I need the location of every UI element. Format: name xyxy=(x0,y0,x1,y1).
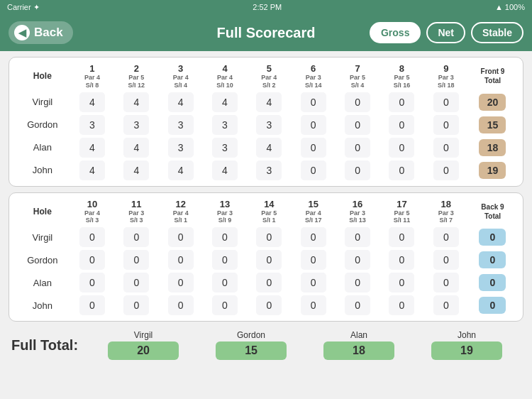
front9-score-0-0[interactable]: 4 xyxy=(70,91,114,114)
footer-player-total-1: 15 xyxy=(216,341,287,360)
front9-score-3-6[interactable]: 0 xyxy=(336,159,379,182)
back9-player-name-2: Alan xyxy=(15,271,70,294)
front9-score-0-5[interactable]: 0 xyxy=(292,91,336,114)
back9-score-3-3[interactable]: 0 xyxy=(203,294,247,317)
front9-score-2-4[interactable]: 4 xyxy=(247,136,291,159)
back9-score-3-0[interactable]: 0 xyxy=(70,294,114,317)
back9-section: Hole 10Par 4S/I 3 11Par 3S/I 3 12Par 4S/… xyxy=(9,192,523,322)
back9-score-1-3[interactable]: 0 xyxy=(203,248,247,271)
front9-score-0-4[interactable]: 4 xyxy=(247,91,291,114)
back9-score-0-0[interactable]: 0 xyxy=(70,226,114,248)
front9-score-2-1[interactable]: 4 xyxy=(114,136,158,159)
front9-score-2-8[interactable]: 0 xyxy=(424,136,468,159)
back9-score-2-1[interactable]: 0 xyxy=(114,271,158,294)
back9-score-2-4[interactable]: 0 xyxy=(247,271,291,294)
front9-score-3-7[interactable]: 0 xyxy=(379,159,423,182)
back9-score-0-4[interactable]: 0 xyxy=(247,226,291,248)
front9-score-3-5[interactable]: 0 xyxy=(292,159,336,182)
back9-total-header: Back 9Total xyxy=(468,197,517,226)
front9-player-row-0: Virgil44444000020 xyxy=(15,91,517,114)
back9-score-0-5[interactable]: 0 xyxy=(292,226,336,248)
front9-score-1-7[interactable]: 0 xyxy=(379,114,423,136)
front9-player-name-1: Gordon xyxy=(15,114,70,136)
footer-player-3: John19 xyxy=(413,330,521,360)
front9-score-3-2[interactable]: 4 xyxy=(158,159,202,182)
back9-score-2-6[interactable]: 0 xyxy=(336,271,379,294)
front9-score-1-6[interactable]: 0 xyxy=(336,114,379,136)
back9-score-1-7[interactable]: 0 xyxy=(379,248,423,271)
back9-score-1-5[interactable]: 0 xyxy=(292,248,336,271)
back9-player-row-0: Virgil0000000000 xyxy=(15,226,517,248)
back9-score-2-0[interactable]: 0 xyxy=(70,271,114,294)
footer-players: Virgil20Gordon15Alan18John19 xyxy=(89,330,521,360)
back9-score-3-5[interactable]: 0 xyxy=(292,294,336,317)
back9-score-1-1[interactable]: 0 xyxy=(114,248,158,271)
front9-score-0-6[interactable]: 0 xyxy=(336,91,379,114)
front9-score-1-5[interactable]: 0 xyxy=(292,114,336,136)
back9-hole-12-header: 12Par 4S/I 1 xyxy=(158,197,202,226)
front9-score-0-3[interactable]: 4 xyxy=(203,91,247,114)
back9-score-2-3[interactable]: 0 xyxy=(203,271,247,294)
back9-score-3-1[interactable]: 0 xyxy=(114,294,158,317)
back9-score-0-7[interactable]: 0 xyxy=(379,226,423,248)
front9-player-name-2: Alan xyxy=(15,136,70,159)
back9-score-3-8[interactable]: 0 xyxy=(424,294,468,317)
back9-score-3-7[interactable]: 0 xyxy=(379,294,423,317)
front9-score-0-2[interactable]: 4 xyxy=(158,91,202,114)
front9-score-0-7[interactable]: 0 xyxy=(379,91,423,114)
back9-score-2-5[interactable]: 0 xyxy=(292,271,336,294)
back9-total-0: 0 xyxy=(468,226,517,248)
stable-button[interactable]: Stable xyxy=(471,22,523,43)
back9-hole-13-header: 13Par 3S/I 9 xyxy=(203,197,247,226)
footer-player-total-3: 19 xyxy=(431,341,502,360)
back9-hole-17-header: 17Par 5S/I 11 xyxy=(379,197,423,226)
front9-score-1-3[interactable]: 3 xyxy=(203,114,247,136)
front9-score-0-8[interactable]: 0 xyxy=(424,91,468,114)
back9-score-0-3[interactable]: 0 xyxy=(203,226,247,248)
back9-score-3-6[interactable]: 0 xyxy=(336,294,379,317)
back9-score-2-2[interactable]: 0 xyxy=(158,271,202,294)
back9-total-1: 0 xyxy=(468,248,517,271)
back9-score-0-2[interactable]: 0 xyxy=(158,226,202,248)
front9-score-2-0[interactable]: 4 xyxy=(70,136,114,159)
front9-score-1-8[interactable]: 0 xyxy=(424,114,468,136)
back9-score-0-8[interactable]: 0 xyxy=(424,226,468,248)
back9-hole-14-header: 14Par 5S/I 1 xyxy=(247,197,291,226)
back-button[interactable]: ◀ Back xyxy=(9,21,73,44)
back9-score-0-1[interactable]: 0 xyxy=(114,226,158,248)
back9-score-1-8[interactable]: 0 xyxy=(424,248,468,271)
front9-score-3-1[interactable]: 4 xyxy=(114,159,158,182)
back9-score-1-0[interactable]: 0 xyxy=(70,248,114,271)
front9-score-2-5[interactable]: 0 xyxy=(292,136,336,159)
back9-header-row: Hole 10Par 4S/I 3 11Par 3S/I 3 12Par 4S/… xyxy=(15,197,517,226)
back9-hole-16-header: 16Par 3S/I 13 xyxy=(336,197,379,226)
back9-score-3-4[interactable]: 0 xyxy=(247,294,291,317)
front9-total-0: 20 xyxy=(468,91,517,114)
gross-button[interactable]: Gross xyxy=(370,22,421,43)
front9-score-1-1[interactable]: 3 xyxy=(114,114,158,136)
net-button[interactable]: Net xyxy=(426,22,465,43)
front9-score-1-0[interactable]: 3 xyxy=(70,114,114,136)
front9-score-0-1[interactable]: 4 xyxy=(114,91,158,114)
front9-score-2-6[interactable]: 0 xyxy=(336,136,379,159)
back9-score-0-6[interactable]: 0 xyxy=(336,226,379,248)
front9-score-2-2[interactable]: 3 xyxy=(158,136,202,159)
front9-score-3-0[interactable]: 4 xyxy=(70,159,114,182)
front9-score-3-8[interactable]: 0 xyxy=(424,159,468,182)
back9-score-3-2[interactable]: 0 xyxy=(158,294,202,317)
back9-score-1-4[interactable]: 0 xyxy=(247,248,291,271)
front9-score-2-3[interactable]: 3 xyxy=(203,136,247,159)
front9-score-3-3[interactable]: 4 xyxy=(203,159,247,182)
front9-score-1-4[interactable]: 3 xyxy=(247,114,291,136)
footer-player-name-3: John xyxy=(458,330,476,340)
status-bar: Carrier ✦ 2:52 PM ▲ 100% xyxy=(0,0,532,14)
front9-score-2-7[interactable]: 0 xyxy=(379,136,423,159)
back9-score-2-7[interactable]: 0 xyxy=(379,271,423,294)
back9-score-1-6[interactable]: 0 xyxy=(336,248,379,271)
front9-player-name-3: John xyxy=(15,159,70,182)
front9-score-1-2[interactable]: 3 xyxy=(158,114,202,136)
back9-score-2-8[interactable]: 0 xyxy=(424,271,468,294)
score-type-buttons: Gross Net Stable xyxy=(370,22,523,43)
back9-score-1-2[interactable]: 0 xyxy=(158,248,202,271)
front9-score-3-4[interactable]: 3 xyxy=(247,159,291,182)
